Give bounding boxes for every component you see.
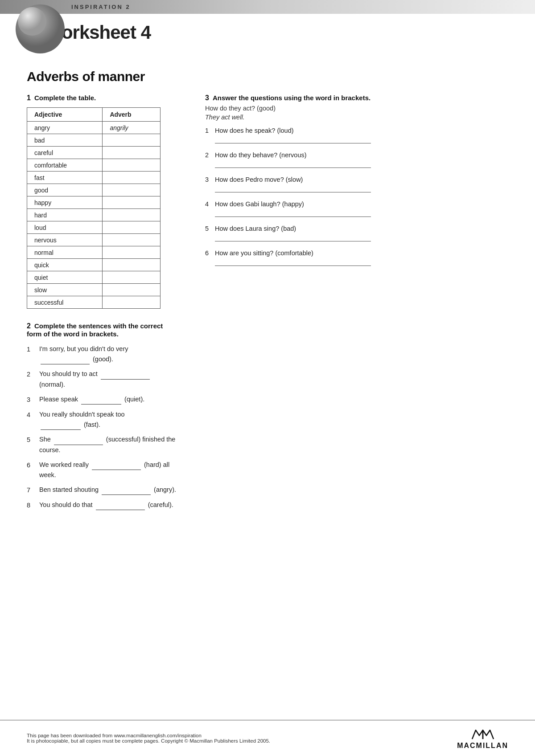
adverb-cell: angrily: [103, 122, 160, 134]
adjective-cell: careful: [27, 147, 103, 159]
adjective-cell: nervous: [27, 234, 103, 246]
question-item: 1How does he speak? (loud): [205, 127, 508, 143]
adverb-cell: [103, 172, 160, 184]
macmillan-name-text: MACMILLAN: [457, 742, 508, 750]
adjective-cell: hard: [27, 209, 103, 221]
table-row: quiet: [27, 271, 160, 284]
adjective-cell: angry: [27, 122, 103, 134]
sentence-number: 2: [27, 369, 37, 380]
exercise-3-number: 3: [205, 94, 209, 102]
exercise-3: 3Answer the questions using the word in …: [205, 94, 508, 266]
sentence-text: We worked really (hard) allweek.: [39, 460, 178, 480]
question-item: 5How does Laura sing? (bad): [205, 225, 508, 241]
exercise-1: 1Complete the table. Adjective Adverb an…: [27, 94, 178, 309]
adjective-cell: comfortable: [27, 159, 103, 172]
sentence-text: Please speak (quiet).: [39, 394, 178, 405]
question-item: 3How does Pedro move? (slow): [205, 176, 508, 192]
sentence-item: 6We worked really (hard) allweek.: [27, 460, 178, 480]
sentence-item: 2You should try to act (normal).: [27, 369, 178, 389]
sentence-number: 6: [27, 460, 37, 470]
answer-line: [215, 161, 371, 168]
adverb-cell: [103, 246, 160, 259]
sentence-item: 1I'm sorry, but you didn't do very (good…: [27, 344, 178, 364]
two-column-layout: 1Complete the table. Adjective Adverb an…: [27, 94, 508, 515]
sentence-number: 7: [27, 485, 37, 495]
question-number: 6: [205, 249, 215, 257]
svg-point-1: [18, 7, 46, 36]
sentence-text: She (successful) finished thecourse.: [39, 434, 178, 455]
question-number: 3: [205, 176, 215, 183]
adverb-cell: [103, 159, 160, 172]
sentence-number: 8: [27, 500, 37, 511]
table-row: normal: [27, 246, 160, 259]
question-number: 2: [205, 151, 215, 159]
question-text: How are you sitting? (comfortable): [215, 249, 313, 257]
sentence-item: 7Ben started shouting (angry).: [27, 485, 178, 495]
answer-line: [215, 259, 371, 266]
adjective-cell: bad: [27, 134, 103, 147]
adverb-cell: [103, 147, 160, 159]
example-answer: They act well.: [205, 114, 508, 121]
table-header-row: Adjective Adverb: [27, 108, 160, 122]
adjective-cell: slow: [27, 284, 103, 296]
question-row: 3How does Pedro move? (slow): [205, 176, 508, 183]
table-row: slow: [27, 284, 160, 296]
footer-logo: MACMILLAN: [457, 727, 508, 750]
page-title: Adverbs of manner: [27, 69, 508, 84]
adjective-cell: loud: [27, 221, 103, 234]
exercise-2-instruction: Complete the sentences with the correct …: [27, 322, 163, 338]
sentence-text: You should do that (careful).: [39, 500, 178, 510]
sentence-number: 1: [27, 344, 37, 355]
adverb-cell: [103, 196, 160, 209]
adjective-cell: happy: [27, 196, 103, 209]
example-question: How do they act? (good): [205, 105, 508, 112]
sentence-number: 5: [27, 434, 37, 445]
table-row: comfortable: [27, 159, 160, 172]
macmillan-logo: MACMILLAN: [457, 727, 508, 750]
exercise-3-instruction: Answer the questions using the word in b…: [213, 94, 370, 102]
answer-line: [215, 210, 371, 217]
sentences-container: 1I'm sorry, but you didn't do very (good…: [27, 344, 178, 511]
question-row: 6How are you sitting? (comfortable): [205, 249, 508, 257]
table-row: successful: [27, 296, 160, 309]
question-number: 4: [205, 200, 215, 208]
table-row: quick: [27, 259, 160, 271]
header-banner: INSPIRATION 2: [0, 0, 535, 14]
exercise-2-header: 2Complete the sentences with the correct…: [27, 322, 178, 338]
question-number: 5: [205, 225, 215, 232]
exercise-1-header: 1Complete the table.: [27, 94, 178, 102]
table-row: fast: [27, 172, 160, 184]
col-adverb-header: Adverb: [103, 108, 160, 122]
exercise-1-instruction: Complete the table.: [34, 94, 96, 102]
sentence-text: You should try to act (normal).: [39, 369, 178, 389]
answer-line: [215, 185, 371, 192]
exercise-2-number: 2: [27, 322, 31, 330]
question-text: How do they behave? (nervous): [215, 151, 307, 159]
left-column: 1Complete the table. Adjective Adverb an…: [27, 94, 178, 515]
sentence-item: 5She (successful) finished thecourse.: [27, 434, 178, 455]
adverb-cell: [103, 234, 160, 246]
adjective-cell: good: [27, 184, 103, 196]
adverb-cell: [103, 221, 160, 234]
table-row: happy: [27, 196, 160, 209]
footer-text-block: This page has been downloaded from www.m…: [27, 733, 457, 744]
adverb-cell: [103, 284, 160, 296]
main-content: Adverbs of manner 1Complete the table. A…: [0, 65, 535, 524]
adjective-cell: normal: [27, 246, 103, 259]
sentence-item: 4You really shouldn't speak too (fast).: [27, 409, 178, 430]
footer: This page has been downloaded from www.m…: [0, 720, 535, 756]
sentence-number: 3: [27, 394, 37, 405]
birds-svg: [471, 727, 494, 741]
col-adjective-header: Adjective: [27, 108, 103, 122]
answer-line: [215, 136, 371, 143]
worksheet-title-area: Worksheet 4: [0, 14, 535, 51]
sentence-item: 8You should do that (careful).: [27, 500, 178, 511]
question-number: 1: [205, 127, 215, 134]
question-row: 5How does Laura sing? (bad): [205, 225, 508, 232]
table-row: hard: [27, 209, 160, 221]
worksheet-title: Worksheet 4: [45, 22, 517, 43]
sentence-text: I'm sorry, but you didn't do very (good)…: [39, 344, 178, 364]
header-area: INSPIRATION 2 Worksheet 4: [0, 0, 535, 51]
sentence-text: You really shouldn't speak too (fast).: [39, 409, 178, 430]
sentence-item: 3Please speak (quiet).: [27, 394, 178, 405]
